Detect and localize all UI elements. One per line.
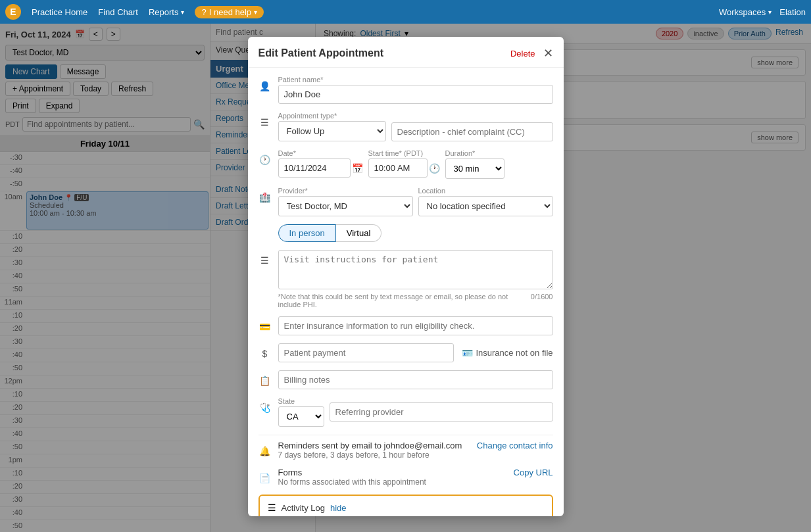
- modal-title: Edit Patient Appointment: [258, 47, 384, 59]
- appt-type-label: Appointment type*: [278, 112, 386, 120]
- state-select[interactable]: CA: [278, 406, 324, 427]
- workspaces-chevron-icon: ▾: [768, 9, 772, 16]
- activity-hide-link[interactable]: hide: [330, 503, 347, 513]
- billing-icon: 📋: [258, 370, 272, 386]
- billing-notes-input[interactable]: [278, 370, 553, 389]
- payment-field: 🪪 Insurance not on file: [278, 343, 553, 362]
- appt-type-inline: Appointment type* Follow Up: [278, 112, 553, 141]
- edit-appointment-modal: Edit Patient Appointment Delete ✕ 👤 Pati…: [248, 37, 564, 516]
- datetime-inline: Date* 📅 Start time* (PDT): [278, 149, 553, 179]
- insurance-row: 💳: [258, 316, 553, 335]
- date-label: Date*: [278, 149, 363, 157]
- reports-dropdown[interactable]: Reports ▾: [149, 7, 185, 17]
- workspaces-dropdown[interactable]: Workspaces ▾: [719, 7, 772, 17]
- modal-header: Edit Patient Appointment Delete ✕: [248, 37, 564, 68]
- billing-notes-field: [278, 370, 553, 389]
- delete-appointment-link[interactable]: Delete: [510, 49, 535, 59]
- start-time-input[interactable]: [368, 158, 428, 178]
- forms-row: 📄 Forms No forms associated with this ap…: [258, 468, 553, 487]
- location-select[interactable]: No location specified: [418, 196, 553, 216]
- copy-url-link[interactable]: Copy URL: [514, 468, 553, 477]
- provider-icon: 🏥: [258, 187, 272, 203]
- change-contact-info-link[interactable]: Change contact info: [477, 441, 553, 450]
- find-chart-link[interactable]: Find Chart: [98, 7, 138, 17]
- reports-chevron-icon: ▾: [181, 9, 184, 16]
- activity-log-header: ☰ Activity Log hide: [268, 502, 544, 513]
- billing-notes-row: 📋: [258, 370, 553, 389]
- list-icon: ☰: [258, 112, 272, 128]
- help-chevron-icon: ▾: [254, 9, 257, 16]
- instructions-icon: ☰: [258, 250, 272, 266]
- provider-group: Provider* Test Doctor, MD: [278, 187, 413, 216]
- start-time-group: Start time* (PDT) 🕐: [368, 149, 440, 178]
- forms-title: Forms: [278, 468, 507, 477]
- provider-label: Provider*: [278, 187, 413, 195]
- help-icon: ?: [201, 7, 206, 17]
- reminders-content: Reminders sent by email to johndoe@email…: [278, 441, 470, 460]
- stethoscope-icon: 🩺: [258, 397, 272, 413]
- reminders-title: Reminders sent by email to johndoe@email…: [278, 441, 470, 450]
- visit-type-row: In person Virtual: [278, 224, 553, 242]
- insurance-input[interactable]: [278, 316, 553, 335]
- patient-name-row: 👤 Patient name*: [258, 76, 553, 104]
- patient-payment-input[interactable]: [278, 343, 455, 362]
- date-picker-button[interactable]: 📅: [352, 163, 363, 174]
- app-logo: E: [5, 4, 21, 20]
- description-input[interactable]: [391, 122, 553, 141]
- reminders-row: 🔔 Reminders sent by email to johndoe@ema…: [258, 441, 553, 460]
- char-count: 0/1600: [531, 293, 553, 308]
- location-label: Location: [418, 187, 553, 195]
- activity-log-box: ☰ Activity Log hide 10/11/24 8:05am: App…: [258, 495, 553, 516]
- state-referring-field: State CA: [278, 397, 553, 427]
- forms-icon: 📄: [258, 468, 272, 483]
- visit-instructions-note: *Note that this could be sent by text me…: [278, 293, 531, 308]
- elation-link[interactable]: Elation: [779, 7, 806, 17]
- provider-select-modal[interactable]: Test Doctor, MD: [278, 196, 413, 216]
- top-navigation: E Practice Home Find Chart Reports ▾ ? I…: [0, 0, 811, 24]
- visit-instructions-row: ☰ *Note that this could be sent by text …: [258, 250, 553, 308]
- patient-name-label: Patient name*: [278, 76, 553, 84]
- date-input[interactable]: [278, 158, 351, 178]
- visit-instructions-textarea[interactable]: [278, 250, 553, 289]
- virtual-button[interactable]: Virtual: [336, 224, 382, 242]
- datetime-field: Date* 📅 Start time* (PDT): [278, 149, 553, 179]
- reminders-schedule: 7 days before, 3 days before, 1 hour bef…: [278, 450, 470, 460]
- char-count-row: *Note that this could be sent by text me…: [278, 293, 553, 308]
- modal-close-button[interactable]: ✕: [543, 46, 553, 60]
- patient-name-input[interactable]: [278, 85, 553, 104]
- duration-label: Duration*: [445, 149, 504, 157]
- appt-type-row: ☰ Appointment type* Follow Up: [258, 112, 553, 141]
- forms-sub: No forms associated with this appointmen…: [278, 477, 507, 487]
- location-group: Location No location specified: [418, 187, 553, 216]
- bell-icon: 🔔: [258, 441, 272, 456]
- duration-select[interactable]: 30 min 15 min 45 min 60 min: [445, 158, 504, 179]
- modal-body: 👤 Patient name* ☰ Appointment type* Foll…: [248, 68, 564, 516]
- modal-header-actions: Delete ✕: [510, 46, 553, 60]
- appt-type-select[interactable]: Follow Up: [278, 121, 386, 141]
- insurance-icon: 💳: [258, 316, 272, 332]
- payment-row: $ 🪪 Insurance not on file: [258, 343, 553, 362]
- modal-overlay: Edit Patient Appointment Delete ✕ 👤 Pati…: [0, 24, 811, 532]
- provider-location-row: 🏥 Provider* Test Doctor, MD Location: [258, 187, 553, 216]
- referring-provider-input[interactable]: [330, 402, 553, 422]
- state-referring-inline: State CA: [278, 397, 553, 427]
- forms-content: Forms No forms associated with this appo…: [278, 468, 507, 487]
- appt-type-field: Appointment type* Follow Up: [278, 112, 553, 141]
- datetime-row: 🕐 Date* 📅: [258, 149, 553, 179]
- practice-home-link[interactable]: Practice Home: [32, 7, 87, 17]
- start-time-label: Start time* (PDT): [368, 149, 440, 157]
- in-person-button[interactable]: In person: [278, 224, 336, 242]
- help-button[interactable]: ? I need help ▾: [195, 6, 264, 18]
- patient-icon: 👤: [258, 76, 272, 91]
- time-icon: 🕐: [429, 163, 440, 174]
- duration-group: Duration* 30 min 15 min 45 min 60 min: [445, 149, 504, 179]
- state-group: State CA: [278, 397, 324, 427]
- top-nav-right: Workspaces ▾ Elation: [719, 7, 806, 17]
- insurance-field: [278, 316, 553, 335]
- activity-list-icon: ☰: [268, 502, 276, 513]
- provider-location-inline: Provider* Test Doctor, MD Location No lo…: [278, 187, 553, 216]
- provider-location-field: Provider* Test Doctor, MD Location No lo…: [278, 187, 553, 216]
- patient-name-field: Patient name*: [278, 76, 553, 104]
- clock-icon: 🕐: [258, 149, 272, 165]
- date-group: Date* 📅: [278, 149, 363, 178]
